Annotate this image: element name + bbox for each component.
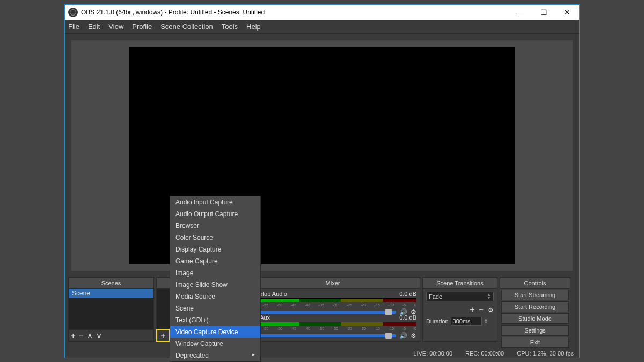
exit-button[interactable]: Exit (501, 337, 569, 348)
transition-selected: Fade (429, 293, 442, 300)
context-item-deprecated[interactable]: Deprecated (170, 350, 260, 361)
context-item-scene[interactable]: Scene (170, 302, 260, 314)
scene-down-button[interactable] (96, 331, 102, 341)
transition-settings-button[interactable] (488, 305, 494, 314)
context-item-audio-output-capture[interactable]: Audio Output Capture (170, 208, 260, 220)
mixer-ch2-meter (249, 322, 416, 326)
scene-up-button[interactable] (87, 331, 93, 341)
minimize-button[interactable]: — (508, 5, 532, 20)
scenes-header: Scenes (69, 278, 153, 289)
remove-transition-button[interactable] (479, 305, 484, 314)
maximize-button[interactable]: ☐ (532, 5, 555, 20)
status-cpu: CPU: 1.2%, 30.00 fps (517, 350, 574, 357)
app-logo-icon (68, 8, 78, 17)
mixer-ch1-meter (249, 298, 416, 302)
mixer-ch1-db: 0.0 dB (399, 291, 416, 297)
context-item-browser[interactable]: Browser (170, 220, 260, 232)
menu-profile[interactable]: Profile (132, 23, 152, 31)
context-item-video-capture-device[interactable]: Video Capture Device (170, 326, 260, 338)
context-item-game-capture[interactable]: Game Capture (170, 255, 260, 267)
transition-select[interactable]: Fade ▲▼ (426, 292, 494, 301)
context-item-image[interactable]: Image (170, 267, 260, 279)
status-live: LIVE: 00:00:00 (413, 350, 452, 357)
mixer-channel-mic: Mic/Aux 0.0 dB -60-55-50-45-40-35-30-25-… (249, 314, 416, 338)
mixer-header: Mixer (246, 278, 420, 289)
start-streaming-button[interactable]: Start Streaming (501, 290, 569, 300)
transitions-panel: Scene Transitions Fade ▲▼ Duration ▲▼ (422, 277, 497, 342)
scenes-list[interactable]: Scene (69, 289, 153, 329)
remove-scene-button[interactable] (79, 331, 84, 340)
duration-label: Duration (426, 318, 449, 324)
scenes-panel: Scenes Scene (68, 277, 154, 342)
mixer-ch2-slider[interactable] (249, 334, 396, 337)
speaker-icon[interactable]: 🔊 (399, 332, 407, 339)
controls-header: Controls (500, 278, 570, 289)
context-item-display-capture[interactable]: Display Capture (170, 243, 260, 255)
studio-mode-button[interactable]: Studio Mode (501, 313, 569, 324)
add-source-button[interactable] (157, 329, 170, 341)
menu-edit[interactable]: Edit (88, 23, 100, 31)
menu-view[interactable]: View (108, 23, 123, 31)
context-item-audio-input-capture[interactable]: Audio Input Capture (170, 196, 260, 208)
window-title: OBS 21.1.0 (64bit, windows) - Profile: U… (81, 9, 508, 16)
preview-area (71, 40, 573, 271)
menu-scene-collection[interactable]: Scene Collection (160, 23, 213, 31)
menubar: File Edit View Profile Scene Collection … (65, 20, 579, 34)
titlebar: OBS 21.1.0 (64bit, windows) - Profile: U… (65, 5, 579, 20)
add-scene-button[interactable] (71, 331, 76, 340)
mixer-panel: Mixer Desktop Audio 0.0 dB -60-55-50-45-… (245, 277, 420, 342)
add-transition-button[interactable] (470, 305, 474, 314)
mixer-ch2-db: 0.0 dB (399, 314, 416, 321)
status-rec: REC: 00:00:00 (465, 350, 504, 357)
menu-tools[interactable]: Tools (222, 23, 238, 31)
add-source-context-menu[interactable]: Audio Input CaptureAudio Output CaptureB… (170, 196, 261, 362)
controls-panel: Controls Start Streaming Start Recording… (500, 277, 570, 342)
context-item-color-source[interactable]: Color Source (170, 232, 260, 243)
mixer-ch2-settings[interactable] (411, 332, 416, 339)
transitions-header: Scene Transitions (423, 278, 497, 289)
mixer-channel-desktop: Desktop Audio 0.0 dB -60-55-50-45-40-35-… (249, 291, 416, 314)
start-recording-button[interactable]: Start Recording (501, 301, 569, 312)
context-item-image-slide-show[interactable]: Image Slide Show (170, 279, 260, 291)
context-item-media-source[interactable]: Media Source (170, 291, 260, 302)
mixer-ch1-slider[interactable] (249, 311, 396, 314)
status-bar: LIVE: 00:00:00 REC: 00:00:00 CPU: 1.2%, … (413, 350, 574, 357)
scene-item[interactable]: Scene (69, 289, 153, 298)
scenes-toolbar (69, 329, 153, 341)
settings-button[interactable]: Settings (501, 325, 569, 336)
close-button[interactable]: ✕ (555, 5, 579, 20)
duration-input[interactable] (451, 317, 482, 326)
context-item-text-gdi-[interactable]: Text (GDI+) (170, 314, 260, 326)
menu-file[interactable]: File (68, 23, 79, 31)
menu-help[interactable]: Help (246, 23, 261, 31)
context-item-window-capture[interactable]: Window Capture (170, 338, 260, 350)
